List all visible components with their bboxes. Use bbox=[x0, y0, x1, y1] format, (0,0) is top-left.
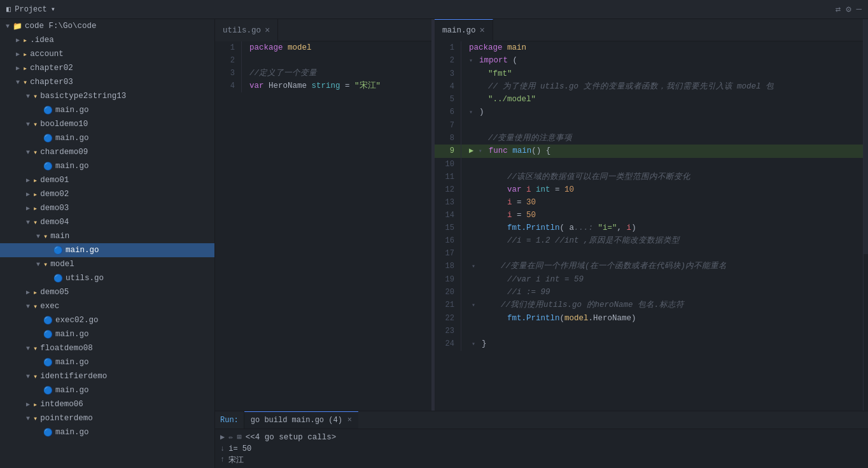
right-line-4: 4 // 为了使用 utils.go 文件的变量或者函数，我们需要先引入该 mo… bbox=[435, 80, 863, 93]
bottom-panel: Run: go build main.go (4) × ▶ ✏ ⊞ bbox=[215, 411, 868, 468]
sidebar-item-exec02[interactable]: 🔵 exec02.go bbox=[0, 313, 214, 327]
floatdemo-folder-icon: ▾ bbox=[33, 344, 38, 353]
demo04-folder-icon: ▾ bbox=[33, 218, 38, 227]
sidebar-item-maingo-exec[interactable]: 🔵 main.go bbox=[0, 327, 214, 341]
model-folder-icon: ▾ bbox=[43, 260, 48, 269]
sidebar-item-demo01[interactable]: ▸ demo01 bbox=[0, 173, 214, 187]
left-line-4: 4 var HeroName string = "宋江" bbox=[215, 80, 431, 92]
demo01-label: demo01 bbox=[40, 176, 69, 185]
sidebar-item-model-folder[interactable]: ▾ model bbox=[0, 257, 214, 271]
demo04-arrow bbox=[23, 219, 33, 226]
minimap-thumb bbox=[864, 19, 868, 254]
identdemo-folder-icon: ▾ bbox=[33, 372, 38, 381]
floatdemo-arrow bbox=[23, 345, 33, 352]
sidebar-item-maingo-ident[interactable]: 🔵 main.go bbox=[0, 383, 214, 397]
right-editor-content[interactable]: 1 package main 2 ▾import ( 3 "fmt" bbox=[435, 41, 863, 411]
sidebar-item-demo02[interactable]: ▸ demo02 bbox=[0, 187, 214, 201]
sidebar-item-chapter02[interactable]: ▸ chapter02 bbox=[0, 61, 214, 75]
right-linenum-21: 21 bbox=[435, 299, 461, 312]
right-linecontent-12: var i int = 10 bbox=[461, 183, 863, 196]
sidebar-item-maingo-selected[interactable]: 🔵 main.go bbox=[0, 243, 214, 257]
right-linecontent-19: //var i int = 59 bbox=[461, 273, 863, 286]
booldemo-folder-icon: ▾ bbox=[33, 120, 38, 129]
exec-folder-icon: ▾ bbox=[33, 302, 38, 311]
terminal-stack-btn[interactable]: ⊞ bbox=[237, 432, 241, 442]
sidebar-item-demo04[interactable]: ▾ demo04 bbox=[0, 215, 214, 229]
intdemo-label: intdemo06 bbox=[40, 400, 83, 409]
terminal-output-name: 宋江 bbox=[228, 455, 244, 465]
sidebar-item-pointerdemo[interactable]: ▾ pointerdemo bbox=[0, 411, 214, 425]
account-folder-icon: ▸ bbox=[23, 50, 27, 59]
tab-main-close[interactable]: × bbox=[480, 26, 485, 35]
sidebar-item-maingo3[interactable]: 🔵 main.go bbox=[0, 159, 214, 173]
tab-utils-close[interactable]: × bbox=[265, 26, 270, 35]
minimize-button[interactable]: — bbox=[857, 4, 862, 15]
right-linecontent-16: //i = 1.2 //int ,原因是不能改变数据类型 bbox=[461, 234, 863, 247]
left-linecontent-3: //定义了一个变量 bbox=[242, 67, 431, 80]
maingo-float-icon: 🔵 bbox=[43, 358, 53, 367]
right-linenum-22: 22 bbox=[435, 312, 461, 325]
terminal-input[interactable] bbox=[246, 433, 863, 442]
sidebar-item-idea[interactable]: ▸ .idea bbox=[0, 33, 214, 47]
right-line-11: 11 //该区域的数据值可以在同一类型范围内不断变化 bbox=[435, 171, 863, 183]
terminal-up-btn[interactable]: ↑ bbox=[220, 455, 225, 464]
sidebar-item-maingo1[interactable]: 🔵 main.go bbox=[0, 103, 214, 117]
maingo-exec-icon: 🔵 bbox=[43, 330, 53, 339]
sidebar-item-chapter03[interactable]: ▾ chapter03 bbox=[0, 75, 214, 89]
sidebar: 📁 code F:\Go\code ▸ .idea ▸ account ▸ ch… bbox=[0, 19, 215, 468]
tab-utils[interactable]: utils.go × bbox=[215, 19, 278, 41]
exec02-label: exec02.go bbox=[55, 316, 99, 325]
right-linecontent-14: i = 50 bbox=[461, 209, 863, 222]
root-folder-icon: 📁 bbox=[13, 22, 22, 31]
sidebar-item-maingo-float[interactable]: 🔵 main.go bbox=[0, 355, 214, 369]
project-icon: ◧ bbox=[6, 4, 11, 14]
sidebar-item-demo03[interactable]: ▸ demo03 bbox=[0, 201, 214, 215]
right-linecontent-22: fmt.Println(model.HeroName) bbox=[461, 312, 863, 325]
terminal-edit-btn[interactable]: ✏ bbox=[228, 432, 233, 442]
sidebar-item-demo05[interactable]: ▸ demo05 bbox=[0, 285, 214, 299]
sidebar-item-identdemo[interactable]: ▾ identifierdemo bbox=[0, 369, 214, 383]
sidebar-item-account[interactable]: ▸ account bbox=[0, 47, 214, 61]
right-linenum-19: 19 bbox=[435, 273, 461, 286]
pointerdemo-arrow bbox=[23, 415, 33, 422]
sidebar-item-exec-folder[interactable]: ▾ exec bbox=[0, 299, 214, 313]
left-linenum-1: 1 bbox=[215, 41, 242, 54]
left-editor-tabs: utils.go × bbox=[215, 19, 431, 41]
sidebar-item-intdemo[interactable]: ▸ intdemo06 bbox=[0, 397, 214, 411]
left-editor-content[interactable]: 1 package model 2 3 //定义了一个变量 bbox=[215, 41, 431, 411]
terminal-down-btn[interactable]: ↓ bbox=[220, 444, 225, 453]
tab-main[interactable]: main.go × bbox=[435, 19, 493, 41]
demo03-label: demo03 bbox=[40, 204, 69, 213]
terminal-content: ▶ ✏ ⊞ ↓ i= 50 ↑ 宋江 bbox=[215, 429, 868, 468]
minimap bbox=[863, 19, 868, 411]
sidebar-item-utils[interactable]: 🔵 utils.go bbox=[0, 271, 214, 285]
sidebar-item-maingo2[interactable]: 🔵 main.go bbox=[0, 131, 214, 145]
adjust-icon[interactable]: ⇄ bbox=[836, 4, 841, 15]
sidebar-item-basictype[interactable]: ▾ basictype2string13 bbox=[0, 89, 214, 103]
sidebar-item-booldemo[interactable]: ▾ booldemo10 bbox=[0, 117, 214, 131]
right-line-16: 16 //i = 1.2 //int ,原因是不能改变数据类型 bbox=[435, 234, 863, 247]
demo03-arrow bbox=[23, 204, 33, 212]
settings-icon[interactable]: ⚙ bbox=[846, 4, 851, 15]
demo02-folder-icon: ▸ bbox=[33, 190, 38, 199]
right-linenum-6: 6 bbox=[435, 106, 461, 119]
maingo3-label: main.go bbox=[55, 162, 89, 171]
right-line-19: 19 //var i int = 59 bbox=[435, 273, 863, 286]
pointerdemo-label: pointerdemo bbox=[40, 414, 93, 423]
terminal-play-btn[interactable]: ▶ bbox=[220, 432, 225, 442]
bottom-tab-build[interactable]: go build main.go (4) × bbox=[244, 411, 358, 429]
sidebar-item-maingo-ptr[interactable]: 🔵 main.go bbox=[0, 425, 214, 439]
right-linecontent-15: fmt.Println( a...: "i=", i) bbox=[461, 222, 863, 234]
title-bar-dropdown-icon[interactable]: ▾ bbox=[51, 4, 55, 14]
right-linecontent-7 bbox=[461, 119, 863, 132]
identdemo-arrow bbox=[23, 373, 33, 380]
sidebar-item-main-folder[interactable]: ▾ main bbox=[0, 229, 214, 243]
demo01-arrow bbox=[23, 176, 33, 184]
right-line-3: 3 "fmt" bbox=[435, 67, 863, 80]
model-folder-arrow bbox=[33, 261, 43, 268]
tree-root[interactable]: 📁 code F:\Go\code bbox=[0, 19, 214, 33]
bottom-tab-close[interactable]: × bbox=[347, 416, 352, 425]
sidebar-item-chardemo[interactable]: ▾ chardemo09 bbox=[0, 145, 214, 159]
right-linecontent-23 bbox=[461, 325, 863, 337]
sidebar-item-floatdemo[interactable]: ▾ floatdemo08 bbox=[0, 341, 214, 355]
